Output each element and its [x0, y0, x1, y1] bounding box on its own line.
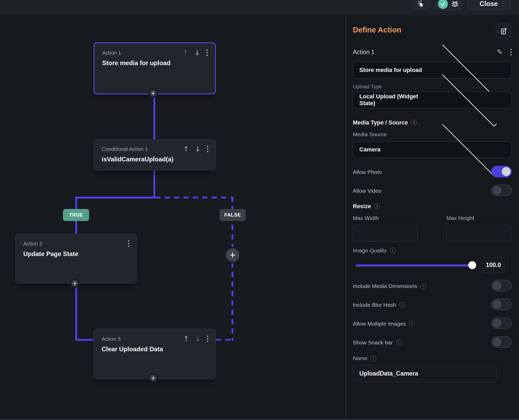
max-width-input[interactable] — [353, 225, 418, 242]
move-up-icon[interactable]: ↑ — [183, 335, 189, 342]
show-snack-bar-toggle[interactable] — [491, 336, 512, 348]
allow-multiple-images-toggle[interactable] — [491, 317, 512, 329]
node-title: Store media for upload — [102, 59, 207, 67]
info-icon[interactable]: i — [411, 120, 417, 126]
allow-video-toggle[interactable] — [491, 185, 512, 196]
top-toolbar: Close — [0, 0, 519, 15]
image-quality-slider-thumb[interactable] — [468, 261, 476, 269]
max-height-label: Max Height — [446, 215, 474, 221]
node-action-1[interactable]: Action 1 Store media for upload ↑ ↓ — [94, 42, 216, 94]
edit-action-name-icon[interactable]: ✎ — [497, 48, 503, 56]
include-media-dimensions-toggle[interactable] — [491, 280, 512, 291]
node-conditional-action-1[interactable]: Conditional Action 1 isValidCameraUpload… — [94, 139, 216, 171]
include-media-dimensions-label: Include Media Dimensionsi — [353, 283, 426, 289]
info-icon[interactable]: i — [371, 355, 376, 361]
copy-document-icon — [500, 27, 508, 35]
move-down-icon[interactable]: ↓ — [194, 49, 200, 56]
allow-photo-toggle[interactable] — [491, 166, 512, 177]
action-type-dropdown[interactable]: Store media for upload — [353, 62, 512, 78]
connector-action2-action3-vertical — [75, 285, 77, 341]
close-button-label: Close — [480, 0, 498, 8]
action-header: Action 1 — [353, 49, 497, 56]
show-snack-bar-label: Show Snack bari — [353, 339, 402, 346]
media-source-dropdown[interactable]: Camera — [353, 141, 512, 158]
image-quality-value: 100.0 — [482, 257, 505, 273]
close-button[interactable]: Close — [467, 0, 510, 10]
upload-type-dropdown[interactable]: Local Upload (Widget State) — [353, 92, 512, 108]
node-title: Clear Uploaded Data — [102, 345, 208, 353]
node-label: Action 2 — [23, 241, 129, 247]
resize-section: Resizei — [353, 203, 380, 210]
branch-label-true: TRUE — [63, 209, 89, 221]
check-circle-icon — [438, 0, 448, 9]
allow-multiple-images-label: Allow Multiple Imagesi — [353, 321, 415, 327]
add-action-button[interactable]: + — [148, 88, 158, 98]
action-header-row: Action 1 ✎ — [353, 48, 512, 56]
move-down-icon[interactable]: ↓ — [195, 145, 201, 152]
include-blur-hash-toggle[interactable] — [491, 299, 512, 310]
info-icon[interactable]: i — [409, 321, 415, 327]
info-icon[interactable]: i — [420, 283, 426, 289]
copy-action-button[interactable] — [496, 24, 511, 39]
node-menu-icon[interactable] — [206, 145, 209, 153]
test-debug-button[interactable] — [435, 0, 462, 10]
chevron-down-icon — [442, 122, 497, 176]
info-icon[interactable]: i — [399, 302, 405, 308]
move-up-icon[interactable]: ↑ — [183, 49, 189, 56]
node-title: isValidCameraUpload(a) — [102, 156, 208, 163]
chevron-down-icon — [442, 72, 497, 127]
add-action-button[interactable]: + — [148, 373, 158, 383]
bug-icon — [451, 0, 459, 8]
cursor-click-icon — [417, 0, 425, 8]
connector-false-action3 — [216, 339, 233, 341]
connector-branch-false-horizontal — [155, 197, 233, 198]
add-action-false-branch-button[interactable]: + — [224, 247, 241, 263]
include-blur-hash-label: Include Blur Hashi — [353, 302, 405, 308]
bottom-edge — [0, 419, 519, 420]
info-icon[interactable]: i — [390, 248, 396, 253]
action-flow-editor: Close TRUE FALSE Action 1 Store media fo… — [0, 0, 519, 420]
action-menu-icon[interactable] — [510, 48, 512, 56]
move-up-icon[interactable]: ↑ — [183, 145, 189, 152]
connector-branch-true-horizontal — [75, 197, 155, 198]
define-action-panel: Define Action Action 1 ✎ Store media for… — [346, 15, 519, 420]
panel-divider — [345, 15, 346, 420]
max-height-input[interactable] — [446, 225, 511, 242]
panel-title: Define Action — [353, 26, 401, 34]
add-action-button[interactable]: + — [70, 279, 79, 288]
max-width-label: Max Width — [353, 215, 379, 221]
info-icon[interactable]: i — [396, 340, 402, 345]
allow-video-label: Allow Video — [353, 188, 381, 194]
node-action-2[interactable]: Action 2 Update Page State — [15, 234, 137, 283]
upload-type-label: Upload Type — [353, 84, 382, 90]
connector-conditional-branch — [153, 170, 155, 198]
media-type-source-section: Media Type / Sourcei — [353, 119, 417, 126]
connector-action2-action3-horizontal — [75, 339, 95, 341]
image-quality-label: Image Qualityi — [353, 247, 396, 254]
node-menu-icon[interactable] — [206, 335, 209, 343]
connector-action1-conditional — [153, 94, 155, 140]
flow-canvas[interactable]: TRUE FALSE Action 1 Store media for uplo… — [0, 15, 345, 420]
pointer-mode-button[interactable] — [412, 0, 430, 9]
node-action-3[interactable]: Action 3 Clear Uploaded Data ↑ ↓ — [94, 329, 216, 379]
media-source-label: Media Source — [353, 131, 387, 138]
info-icon[interactable]: i — [374, 203, 380, 209]
image-quality-slider[interactable] — [355, 264, 473, 266]
action-name-input[interactable] — [353, 365, 497, 382]
allow-photo-label: Allow Photo — [353, 169, 382, 175]
node-title: Update Page State — [23, 250, 129, 258]
node-menu-icon[interactable] — [128, 240, 130, 247]
branch-label-false: FALSE — [220, 209, 246, 221]
node-menu-icon[interactable] — [206, 49, 208, 56]
move-down-icon[interactable]: ↓ — [195, 335, 201, 342]
name-label: Namei — [353, 355, 376, 361]
